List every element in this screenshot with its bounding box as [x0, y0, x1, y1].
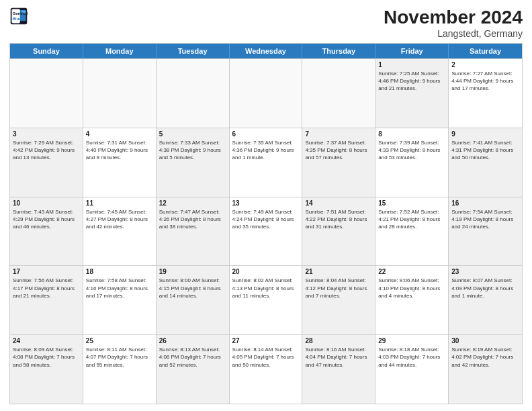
calendar-cell: 13Sunrise: 7:49 AM Sunset: 4:24 PM Dayli… — [230, 197, 303, 266]
cell-text: Sunrise: 8:11 AM Sunset: 4:07 PM Dayligh… — [86, 346, 153, 369]
cell-text: Sunrise: 8:09 AM Sunset: 4:08 PM Dayligh… — [13, 346, 80, 369]
calendar-cell: 15Sunrise: 7:52 AM Sunset: 4:21 PM Dayli… — [375, 197, 449, 266]
day-number: 6 — [232, 130, 300, 138]
calendar-cell: 7Sunrise: 7:37 AM Sunset: 4:35 PM Daylig… — [302, 128, 375, 197]
calendar-cell: 4Sunrise: 7:31 AM Sunset: 4:40 PM Daylig… — [83, 128, 157, 197]
day-number: 10 — [13, 199, 80, 207]
calendar-cell: 10Sunrise: 7:43 AM Sunset: 4:29 PM Dayli… — [10, 197, 83, 266]
calendar-cell: 22Sunrise: 8:06 AM Sunset: 4:10 PM Dayli… — [375, 266, 449, 334]
calendar-cell: 28Sunrise: 8:16 AM Sunset: 4:04 PM Dayli… — [302, 335, 375, 404]
day-number: 28 — [305, 337, 372, 345]
day-number: 30 — [451, 337, 519, 345]
day-number: 2 — [451, 61, 519, 68]
day-number: 5 — [159, 130, 226, 138]
calendar-cell — [10, 59, 83, 128]
calendar-cell: 19Sunrise: 8:00 AM Sunset: 4:15 PM Dayli… — [157, 266, 230, 334]
day-number: 1 — [378, 61, 445, 68]
day-number: 29 — [378, 337, 445, 345]
calendar-cell: 14Sunrise: 7:51 AM Sunset: 4:22 PM Dayli… — [302, 197, 375, 266]
cell-text: Sunrise: 7:45 AM Sunset: 4:27 PM Dayligh… — [86, 208, 153, 231]
day-number: 14 — [305, 199, 372, 207]
day-number: 13 — [232, 199, 300, 207]
day-number: 24 — [13, 337, 80, 345]
calendar-cell: 1Sunrise: 7:25 AM Sunset: 4:46 PM Daylig… — [375, 59, 449, 128]
cell-text: Sunrise: 7:52 AM Sunset: 4:21 PM Dayligh… — [378, 208, 445, 231]
cell-text: Sunrise: 8:19 AM Sunset: 4:02 PM Dayligh… — [451, 346, 519, 369]
header: General Blue November 2024 Langstedt, Ge… — [9, 7, 523, 39]
calendar-header-day: Friday — [375, 44, 449, 58]
day-number: 16 — [451, 199, 519, 207]
day-number: 22 — [378, 268, 445, 275]
calendar-cell: 29Sunrise: 8:18 AM Sunset: 4:03 PM Dayli… — [375, 335, 449, 404]
logo: General Blue — [9, 7, 28, 26]
day-number: 4 — [86, 130, 153, 138]
cell-text: Sunrise: 7:25 AM Sunset: 4:46 PM Dayligh… — [378, 70, 445, 93]
calendar-cell: 12Sunrise: 7:47 AM Sunset: 4:26 PM Dayli… — [157, 197, 230, 266]
title-block: November 2024 Langstedt, Germany — [384, 7, 523, 39]
cell-text: Sunrise: 7:56 AM Sunset: 4:17 PM Dayligh… — [13, 277, 80, 300]
page: General Blue November 2024 Langstedt, Ge… — [0, 0, 532, 411]
calendar-cell — [230, 59, 303, 128]
calendar-header-day: Tuesday — [157, 44, 230, 58]
cell-text: Sunrise: 7:35 AM Sunset: 4:36 PM Dayligh… — [232, 139, 300, 162]
logo-icon: General Blue — [9, 7, 28, 26]
cell-text: Sunrise: 8:18 AM Sunset: 4:03 PM Dayligh… — [378, 346, 445, 369]
cell-text: Sunrise: 8:16 AM Sunset: 4:04 PM Dayligh… — [305, 346, 372, 369]
calendar-cell: 8Sunrise: 7:39 AM Sunset: 4:33 PM Daylig… — [375, 128, 449, 197]
cell-text: Sunrise: 8:13 AM Sunset: 4:06 PM Dayligh… — [159, 346, 226, 369]
calendar-header-day: Sunday — [10, 44, 83, 58]
calendar-cell: 3Sunrise: 7:29 AM Sunset: 4:42 PM Daylig… — [10, 128, 83, 197]
cell-text: Sunrise: 8:02 AM Sunset: 4:13 PM Dayligh… — [232, 277, 300, 300]
calendar-cell: 30Sunrise: 8:19 AM Sunset: 4:02 PM Dayli… — [449, 335, 522, 404]
calendar-cell: 18Sunrise: 7:58 AM Sunset: 4:16 PM Dayli… — [83, 266, 157, 334]
day-number: 26 — [159, 337, 226, 345]
calendar-row: 17Sunrise: 7:56 AM Sunset: 4:17 PM Dayli… — [10, 265, 522, 334]
calendar-body: 1Sunrise: 7:25 AM Sunset: 4:46 PM Daylig… — [10, 58, 522, 404]
calendar-cell — [157, 59, 230, 128]
calendar-row: 24Sunrise: 8:09 AM Sunset: 4:08 PM Dayli… — [10, 334, 522, 404]
calendar-row: 10Sunrise: 7:43 AM Sunset: 4:29 PM Dayli… — [10, 197, 522, 266]
cell-text: Sunrise: 8:14 AM Sunset: 4:05 PM Dayligh… — [232, 346, 300, 369]
day-number: 21 — [305, 268, 372, 275]
cell-text: Sunrise: 8:00 AM Sunset: 4:15 PM Dayligh… — [159, 277, 226, 300]
calendar-row: 3Sunrise: 7:29 AM Sunset: 4:42 PM Daylig… — [10, 128, 522, 197]
cell-text: Sunrise: 8:06 AM Sunset: 4:10 PM Dayligh… — [378, 277, 445, 300]
main-title: November 2024 — [384, 7, 523, 28]
cell-text: Sunrise: 7:54 AM Sunset: 4:19 PM Dayligh… — [451, 208, 519, 231]
calendar: SundayMondayTuesdayWednesdayThursdayFrid… — [9, 43, 523, 404]
cell-text: Sunrise: 7:41 AM Sunset: 4:31 PM Dayligh… — [451, 139, 519, 162]
calendar-cell: 5Sunrise: 7:33 AM Sunset: 4:38 PM Daylig… — [157, 128, 230, 197]
calendar-header-day: Thursday — [302, 44, 375, 58]
day-number: 15 — [378, 199, 445, 207]
calendar-header-row: SundayMondayTuesdayWednesdayThursdayFrid… — [10, 44, 522, 58]
calendar-cell — [83, 59, 157, 128]
calendar-cell: 24Sunrise: 8:09 AM Sunset: 4:08 PM Dayli… — [10, 335, 83, 404]
calendar-cell: 26Sunrise: 8:13 AM Sunset: 4:06 PM Dayli… — [157, 335, 230, 404]
subtitle: Langstedt, Germany — [384, 28, 523, 39]
calendar-cell: 20Sunrise: 8:02 AM Sunset: 4:13 PM Dayli… — [230, 266, 303, 334]
calendar-cell: 23Sunrise: 8:07 AM Sunset: 4:09 PM Dayli… — [449, 266, 522, 334]
day-number: 23 — [451, 268, 519, 275]
cell-text: Sunrise: 7:33 AM Sunset: 4:38 PM Dayligh… — [159, 139, 226, 162]
cell-text: Sunrise: 7:51 AM Sunset: 4:22 PM Dayligh… — [305, 208, 372, 231]
day-number: 3 — [13, 130, 80, 138]
day-number: 8 — [378, 130, 445, 138]
cell-text: Sunrise: 7:31 AM Sunset: 4:40 PM Dayligh… — [86, 139, 153, 162]
cell-text: Sunrise: 7:47 AM Sunset: 4:26 PM Dayligh… — [159, 208, 226, 231]
cell-text: Sunrise: 7:29 AM Sunset: 4:42 PM Dayligh… — [13, 139, 80, 162]
day-number: 12 — [159, 199, 226, 207]
day-number: 20 — [232, 268, 300, 275]
cell-text: Sunrise: 8:04 AM Sunset: 4:12 PM Dayligh… — [305, 277, 372, 300]
svg-text:Blue: Blue — [12, 16, 21, 21]
calendar-header-day: Monday — [83, 44, 157, 58]
day-number: 17 — [13, 268, 80, 275]
cell-text: Sunrise: 7:49 AM Sunset: 4:24 PM Dayligh… — [232, 208, 300, 231]
calendar-cell: 9Sunrise: 7:41 AM Sunset: 4:31 PM Daylig… — [449, 128, 522, 197]
day-number: 7 — [305, 130, 372, 138]
cell-text: Sunrise: 7:58 AM Sunset: 4:16 PM Dayligh… — [86, 277, 153, 300]
cell-text: Sunrise: 8:07 AM Sunset: 4:09 PM Dayligh… — [451, 277, 519, 300]
calendar-header-day: Saturday — [449, 44, 522, 58]
cell-text: Sunrise: 7:27 AM Sunset: 4:44 PM Dayligh… — [451, 70, 519, 93]
calendar-header-day: Wednesday — [230, 44, 303, 58]
day-number: 25 — [86, 337, 153, 345]
